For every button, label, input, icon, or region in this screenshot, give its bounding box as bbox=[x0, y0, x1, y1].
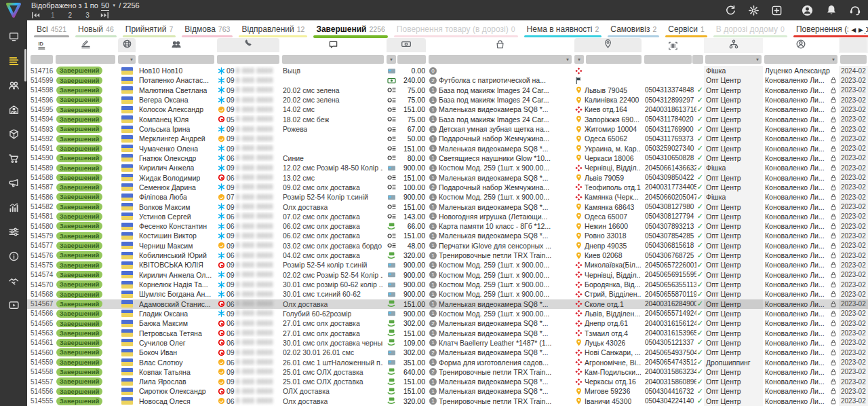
chevron-down-icon[interactable]: ▼ bbox=[577, 58, 581, 62]
add-icon[interactable] bbox=[771, 5, 783, 16]
settings-icon[interactable] bbox=[748, 5, 760, 16]
column-header-name[interactable] bbox=[137, 38, 216, 53]
table-row[interactable]: 514581 Завершений Устинов Сергей 06 8 88… bbox=[27, 212, 868, 221]
table-row[interactable]: 514588 Завершений Жидак Володимир 06 8 8… bbox=[27, 172, 868, 182]
per-page-select[interactable]: 50 bbox=[101, 1, 109, 11]
page-number-1[interactable]: 1 bbox=[51, 11, 55, 20]
column-header-price[interactable] bbox=[385, 38, 427, 53]
chevron-down-icon[interactable]: ▼ bbox=[130, 58, 134, 62]
filter-input-ttn-2[interactable] bbox=[692, 55, 703, 64]
filter-input-source[interactable]: ▼ bbox=[705, 55, 762, 64]
column-header-status[interactable] bbox=[54, 38, 117, 53]
table-row[interactable]: 514570 Завершений Корнелюк Надія Та... 0… bbox=[27, 280, 868, 289]
filter-input-flag[interactable]: ▼ bbox=[118, 55, 136, 64]
tab-5[interactable]: Відправлений12 bbox=[239, 22, 307, 38]
table-row[interactable]: 514593 Завершений Сольська Ірина 09 8 88… bbox=[27, 124, 868, 134]
column-header-ttn[interactable] bbox=[643, 38, 704, 53]
filter-input-manager[interactable]: ▼ bbox=[764, 55, 837, 64]
chevron-down-icon[interactable]: ▼ bbox=[566, 58, 570, 62]
notifications-icon[interactable] bbox=[825, 4, 837, 16]
tab-11[interactable]: В дорозі додому0 bbox=[713, 22, 787, 38]
table-row[interactable]: 514586 Завершений Філіпова Люба 07 8 888… bbox=[27, 192, 868, 202]
sidebar-item-dashboard[interactable] bbox=[0, 25, 27, 50]
account-icon[interactable] bbox=[801, 4, 814, 17]
sidebar-item-info[interactable] bbox=[0, 245, 27, 270]
filter-dropdown-price[interactable]: ▼ bbox=[387, 55, 396, 64]
column-header-id[interactable]: ID bbox=[27, 38, 54, 53]
table-row[interactable]: 514558 Завершений Ковпак Татьяна 09 8 88… bbox=[27, 367, 868, 377]
table-row[interactable]: 514590 Завершений Гнатюк Олексндр 06 8 8… bbox=[27, 153, 868, 163]
filter-input-city[interactable] bbox=[586, 55, 642, 64]
filter-input-date[interactable] bbox=[840, 55, 867, 64]
refresh-icon[interactable] bbox=[725, 5, 736, 16]
column-header-source[interactable] bbox=[704, 38, 763, 53]
table-row[interactable]: 514596 Завершений Вегера Оксана 09 8 888… bbox=[27, 95, 868, 105]
filter-input-phone[interactable] bbox=[217, 55, 279, 64]
column-header-city[interactable] bbox=[573, 38, 643, 53]
tab-7[interactable]: Повернення товару (в дорозі)0 bbox=[394, 22, 518, 38]
chevron-down-icon[interactable]: ▼ bbox=[831, 58, 835, 62]
tab-2[interactable]: Новый46 bbox=[75, 22, 117, 38]
column-header-product[interactable] bbox=[427, 38, 573, 53]
tab-10[interactable]: Сервіси1 bbox=[665, 22, 707, 38]
table-row[interactable]: 514716 Завершений Нов10 Нов10 09 8 888 8… bbox=[27, 66, 868, 75]
support-icon[interactable] bbox=[849, 4, 861, 16]
tab-4[interactable]: Відмова763 bbox=[182, 22, 233, 38]
tab-3[interactable]: Прийнятий7 bbox=[123, 22, 176, 38]
table-row[interactable]: 514574 Завершений Кирилич Анжела Ол... 0… bbox=[27, 270, 868, 280]
table-row[interactable]: 514556 Завершений Сиротюк Олександр 09 8… bbox=[27, 386, 868, 396]
table-row[interactable]: 514567 Завершений Адамовский Станис... 0… bbox=[27, 299, 868, 309]
table-row[interactable]: 514589 Завершений Кирилич Анжела 09 8 88… bbox=[27, 163, 868, 172]
table-row[interactable]: 514568 Завершений Шумляс Богдана Ан... 0… bbox=[27, 289, 868, 299]
chevron-down-icon[interactable]: ▼ bbox=[112, 1, 116, 10]
table-row[interactable]: 514592 Завершений Мерклингер Андрей 09 8… bbox=[27, 134, 868, 143]
filter-input-comment[interactable] bbox=[282, 55, 384, 64]
column-header-flag[interactable] bbox=[117, 38, 137, 53]
sidebar-item-marketing[interactable] bbox=[0, 172, 27, 196]
first-page-icon[interactable] bbox=[31, 11, 40, 20]
chevron-down-icon[interactable]: ▼ bbox=[755, 58, 760, 62]
tab-9[interactable]: Самовивіз2 bbox=[608, 22, 659, 38]
column-header-comment[interactable] bbox=[281, 38, 385, 53]
table-row[interactable]: 514561 Завершений Сучилов Олег 06 8 888 … bbox=[27, 338, 868, 348]
filter-input-status[interactable] bbox=[56, 55, 115, 64]
column-header-date[interactable] bbox=[839, 38, 868, 53]
column-header-phone[interactable] bbox=[216, 38, 281, 53]
sidebar-item-orders[interactable] bbox=[0, 50, 27, 74]
filter-input-price[interactable] bbox=[397, 55, 426, 64]
table-row[interactable]: 514563 Завершений Петровська Тетяна 06 8… bbox=[27, 328, 868, 337]
column-header-manager[interactable] bbox=[763, 38, 839, 53]
table-row[interactable]: 514587 Завершений Семенюк Дарина 09 8 88… bbox=[27, 183, 868, 192]
table-row[interactable]: 514555 Завершений Новосад Олеся 06 8 888… bbox=[27, 396, 868, 406]
sidebar-scrollbar[interactable] bbox=[24, 49, 26, 81]
tab-8[interactable]: Нема в наявності2 bbox=[524, 22, 602, 38]
filter-input-ttn[interactable] bbox=[644, 55, 692, 64]
sidebar-item-clients[interactable] bbox=[0, 74, 27, 98]
filter-dropdown-city[interactable]: ▼ bbox=[574, 55, 584, 64]
tabs-scroll-right-icon[interactable]: ▶ bbox=[859, 26, 866, 33]
sidebar-item-purchases[interactable] bbox=[0, 147, 27, 172]
table-row[interactable]: 514559 Завершений Влас Слотюу 06 8 888 8… bbox=[27, 357, 868, 367]
filter-input-name[interactable] bbox=[138, 55, 214, 64]
sidebar-item-tutorials[interactable] bbox=[0, 294, 27, 318]
sidebar-item-company[interactable] bbox=[0, 98, 27, 123]
tabs-scroll-left-icon[interactable]: ◀ bbox=[851, 26, 859, 33]
table-row[interactable]: 514576 Завершений Кобилинський Юрий 06 8… bbox=[27, 251, 868, 260]
table-row[interactable]: 514557 Завершений Лила Ярослав 09 8 888 … bbox=[27, 377, 868, 386]
table-row[interactable]: 514566 Завершений Гладик Оксана 09 8 888… bbox=[27, 309, 868, 318]
table-row[interactable]: 514580 Завершений Фесенко Константин 06 … bbox=[27, 221, 868, 231]
table-row[interactable]: 514594 Завершений Компанец Юля 05 8 888 … bbox=[27, 115, 868, 124]
table-row[interactable]: 514575 Завершений КВІТОВСЬКА ЮЛІЯ 09 8 8… bbox=[27, 260, 868, 270]
table-row[interactable]: 514579 Завершений Костишин Виктор 09 8 8… bbox=[27, 231, 868, 240]
table-row[interactable]: 514595 Завершений Колосок Александр 09 8… bbox=[27, 105, 868, 114]
table-row[interactable]: 514582 Завершений Волков Максим 09 8 888… bbox=[27, 202, 868, 211]
sidebar-item-statistics[interactable] bbox=[0, 196, 27, 221]
page-number-2[interactable]: 2 bbox=[68, 11, 73, 20]
app-logo[interactable] bbox=[0, 1, 27, 19]
last-page-icon[interactable] bbox=[100, 11, 109, 20]
table-row[interactable]: 514591 Завершений Чумаченко Олена 09 8 8… bbox=[27, 144, 868, 153]
table-row[interactable]: 514565 Завершений Баюка Максим 06 8 888 … bbox=[27, 318, 868, 328]
table-row[interactable]: 514560 Завершений Бокоч Иван 09 8 888 88… bbox=[27, 348, 868, 357]
table-row[interactable]: 514598 Завершений Малютина Светлана 09 8… bbox=[27, 86, 868, 95]
tab-6[interactable]: Завершений2256 bbox=[313, 22, 387, 38]
